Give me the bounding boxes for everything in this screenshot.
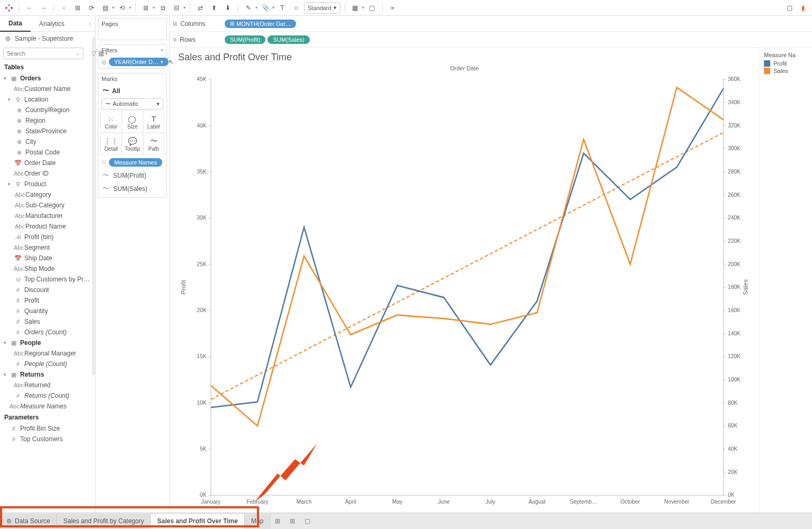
field-sales[interactable]: #Sales (0, 316, 95, 327)
new-worksheet-button[interactable]: ⊞ (270, 514, 285, 528)
tab-sheet2[interactable]: Sales and Profit Over Time (151, 514, 245, 528)
save-icon[interactable]: ▫ (58, 2, 70, 14)
tab-analytics[interactable]: Analytics (31, 16, 73, 32)
rows-pill-profit[interactable]: SUM(Profit) (225, 35, 265, 44)
clear-icon[interactable]: ⊟ (171, 2, 182, 14)
field-regional-manager[interactable]: AbcRegional Manager (0, 348, 95, 359)
new-dashboard-button[interactable]: ⊞ (285, 514, 300, 528)
columns-pill-month[interactable]: ⊞MONTH(Order Dat… (225, 20, 296, 28)
marks-sum-sales[interactable]: 〜SUM(Sales) (98, 182, 167, 195)
filter-pill-year[interactable]: YEAR(Order D…▾ (109, 58, 169, 66)
filters-card: Filters▾ ◎ YEAR(Order D…▾ ↖ (98, 44, 167, 69)
field-profit-bin[interactable]: .ılıProfit (bin) (0, 232, 95, 242)
group-icon[interactable]: 📎 (260, 2, 271, 14)
field-city[interactable]: ⊕City (0, 136, 95, 147)
view-icon[interactable]: ▦ (98, 50, 104, 57)
field-order-id[interactable]: AbcOrder ID (0, 168, 95, 179)
field-manufacturer[interactable]: AbcManufacturer (0, 211, 95, 221)
new-story-button[interactable]: ▢ (300, 514, 315, 528)
field-category[interactable]: AbcCategory (0, 189, 95, 200)
field-order-date[interactable]: 📅Order Date (0, 158, 95, 168)
field-segment[interactable]: AbcSegment (0, 242, 95, 253)
marks-detail[interactable]: ⋮⋮Detail (100, 133, 122, 155)
field-returned[interactable]: AbcReturned (0, 380, 95, 390)
chevron-down-icon[interactable]: ▾ (161, 48, 163, 53)
collapse-panel-icon[interactable]: ‹ (85, 21, 95, 26)
field-top-customers[interactable]: ⊙Top Customers by Pr… (0, 274, 95, 285)
table-returns[interactable]: ▾▦Returns (0, 369, 95, 380)
columns-shelf[interactable]: iiiColumns ⊞MONTH(Order Dat… (170, 16, 812, 32)
marks-size[interactable]: ◯Size (122, 111, 143, 133)
tab-data-source[interactable]: ⊜Data Source (0, 514, 57, 528)
refresh-icon[interactable]: ⟲ (116, 2, 128, 14)
tab-sheet1[interactable]: Sales and Profit by Category (57, 514, 151, 528)
svg-text:240K: 240K (728, 214, 741, 221)
new-sheet-icon[interactable]: ⊞ (140, 2, 152, 14)
field-ship-date[interactable]: 📅Ship Date (0, 253, 95, 263)
table-orders[interactable]: ▾▦Orders (0, 73, 95, 84)
field-postal[interactable]: ⊕Postal Code (0, 147, 95, 158)
search-input[interactable] (3, 48, 84, 59)
presentation-icon[interactable]: ▢ (366, 2, 378, 14)
svg-text:0K: 0K (728, 491, 735, 498)
sort-desc-icon[interactable]: ⬇ (222, 2, 234, 14)
highlight-icon[interactable]: ✎ (243, 2, 254, 14)
chart-title[interactable]: Sales and Profit Over Time (178, 52, 751, 63)
new-datasource-icon[interactable]: ⊞ (72, 2, 84, 14)
field-quantity[interactable]: #Quantity (0, 306, 95, 316)
data-panel: Data Analytics ‹ ⊜ Sample - Superstore ⌕… (0, 16, 96, 513)
duplicate-icon[interactable]: ⧉ (157, 2, 169, 14)
field-people-count[interactable]: #People (Count) (0, 359, 95, 369)
marks-all[interactable]: All (112, 87, 120, 95)
datasource-item[interactable]: ⊜ Sample - Superstore (0, 32, 95, 45)
field-returns-count[interactable]: #Returns (Count) (0, 390, 95, 401)
scrollbar[interactable] (92, 37, 95, 376)
field-orders-count[interactable]: #Orders (Count) (0, 327, 95, 338)
path-icon: 〜 (150, 136, 158, 146)
undo-icon[interactable]: ← (24, 2, 35, 14)
marks-measure-names-pill[interactable]: Measure Names (109, 158, 162, 167)
svg-text:5K: 5K (200, 445, 207, 452)
field-region[interactable]: ⊕Region (0, 115, 95, 126)
show-me-button[interactable]: ▮ (797, 2, 809, 14)
field-discount[interactable]: #Discount (0, 285, 95, 295)
table-people[interactable]: ▾▦People (0, 338, 95, 348)
marks-color[interactable]: ⁙Color (100, 111, 122, 133)
field-customer-name[interactable]: AbcCustomer Name (0, 84, 95, 94)
sort-asc-icon[interactable]: ⬆ (208, 2, 220, 14)
new-worksheet-icon[interactable]: ▤ (99, 2, 111, 14)
pin-icon[interactable]: ☆ (290, 2, 302, 14)
text-icon[interactable]: T (276, 2, 288, 14)
rows-pill-sales[interactable]: SUM(Sales) (267, 35, 309, 44)
swap-icon[interactable]: ⇄ (195, 2, 206, 14)
fit-dropdown[interactable]: Standard▾ (304, 2, 340, 14)
tab-data[interactable]: Data (0, 16, 31, 32)
marks-sum-profit[interactable]: 〜SUM(Profit) (98, 169, 167, 182)
field-state[interactable]: ⊕State/Province (0, 126, 95, 136)
param-top-customers[interactable]: #Top Customers (0, 434, 95, 444)
legend-item-profit[interactable]: Profit (764, 60, 808, 67)
marks-tooltip[interactable]: 💬Tooltip (122, 133, 143, 155)
field-product-name[interactable]: AbcProduct Name (0, 221, 95, 232)
tab-sheet3[interactable]: Map (245, 514, 270, 528)
rows-shelf[interactable]: ≡Rows SUM(Profit) SUM(Sales) (170, 32, 812, 48)
field-country[interactable]: ⊕Country/Region (0, 105, 95, 115)
pause-icon[interactable]: ⟳ (86, 2, 97, 14)
param-profit-bin-size[interactable]: #Profit Bin Size (0, 423, 95, 434)
mark-type-select[interactable]: 〜 Automatic▾ (102, 98, 163, 110)
fields-tree: ▾▦Orders AbcCustomer Name ▾⚲Location ⊕Co… (0, 73, 95, 513)
redo-icon[interactable]: → (38, 2, 49, 14)
present-icon[interactable]: ▢ (783, 2, 795, 14)
tableau-logo-icon[interactable] (3, 2, 15, 14)
field-subcategory[interactable]: AbcSub-Category (0, 200, 95, 211)
field-measure-names[interactable]: AbcMeasure Names (0, 401, 95, 412)
share-icon[interactable]: ∝ (387, 2, 399, 14)
marks-path[interactable]: 〜Path (143, 133, 164, 155)
field-ship-mode[interactable]: AbcShip Mode (0, 263, 95, 274)
field-location[interactable]: ▾⚲Location (0, 94, 95, 105)
field-product[interactable]: ▾⚲Product (0, 179, 95, 189)
marks-label[interactable]: TLabel (143, 111, 164, 133)
field-profit[interactable]: #Profit (0, 295, 95, 306)
legend-item-sales[interactable]: Sales (764, 68, 808, 74)
showme-icon[interactable]: ▦ (349, 2, 361, 14)
